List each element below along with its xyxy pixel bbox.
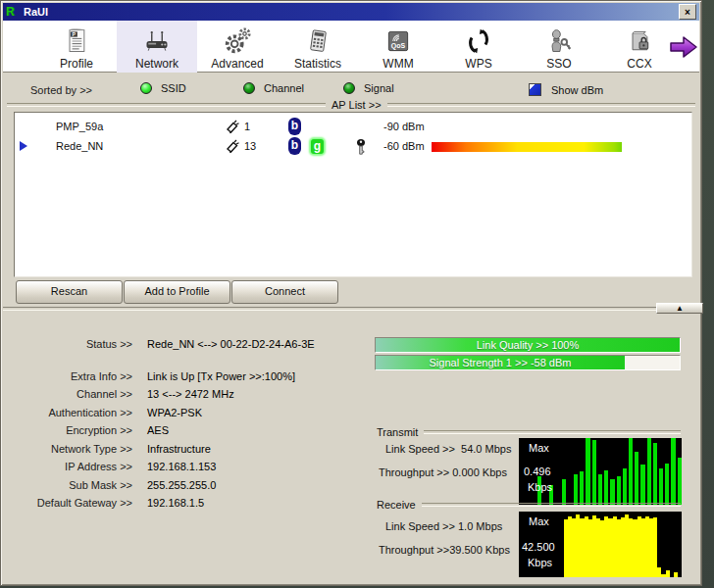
status-label: Encryption >> <box>13 424 132 436</box>
status-grid: Status >>Rede_NN <--> 00-22-D2-24-A6-3E … <box>13 335 376 513</box>
ssid-radio-icon[interactable] <box>140 82 152 94</box>
tab-label: CCX <box>627 57 651 71</box>
tab-network[interactable]: Network <box>117 21 197 73</box>
tx-max-label: Max <box>529 442 549 454</box>
add-to-profile-button[interactable]: Add to Profile <box>124 280 230 304</box>
status-label: Network Type >> <box>13 443 132 455</box>
raui-logo-icon: R <box>6 6 20 19</box>
sort-option-channel[interactable]: Channel <box>243 82 304 94</box>
tx-chart: Max 0.496 Kbps <box>519 438 682 505</box>
ap-row-rede-nn[interactable]: Rede_NN 13 b g -60 dBm <box>15 137 691 157</box>
status-row: Encryption >>AES <box>13 421 376 440</box>
signal-strength-bar: Signal Strength 1 >> -58 dBm <box>375 355 681 370</box>
signal-radio-label: Signal <box>364 82 394 94</box>
channel-tag-icon <box>225 120 240 137</box>
status-row: IP Address >>192.168.1.153 <box>13 458 376 476</box>
window-title: RaUI <box>24 6 48 18</box>
ap-channel: 13 <box>244 140 256 152</box>
status-value: 255.255.255.0 <box>147 479 216 491</box>
statistics-icon <box>304 25 332 57</box>
rx-chart: Max 42.500 Kbps <box>519 512 682 577</box>
encryption-key-icon <box>355 138 367 158</box>
svg-text:P: P <box>73 31 76 37</box>
status-row: Sub Mask >>255.255.255.0 <box>13 476 376 495</box>
tab-ccx[interactable]: CCX <box>599 21 680 73</box>
rx-scale-value: 42.500 <box>522 541 555 553</box>
collapse-panel-button[interactable]: ▲ <box>656 303 703 314</box>
connect-button[interactable]: Connect <box>231 280 338 304</box>
show-dbm-option[interactable]: Show dBm <box>529 83 603 96</box>
status-label: Channel >> <box>13 388 132 400</box>
profile-icon: P <box>63 25 90 57</box>
rx-scale-unit: Kbps <box>528 557 552 568</box>
status-row: Authentication >>WPA2-PSK <box>13 404 376 422</box>
status-row: Status >>Rede_NN <--> 00-22-D2-24-A6-3E <box>13 335 376 354</box>
tab-label: WPS <box>465 57 491 71</box>
channel-radio-label: Channel <box>264 82 304 94</box>
ap-list-title: AP List >> <box>332 99 382 111</box>
channel-tag-icon <box>225 139 240 157</box>
status-value: WPA2-PSK <box>147 407 202 418</box>
title-bar: R RaUI × <box>3 3 699 21</box>
tab-sso[interactable]: SSO <box>519 21 599 73</box>
mode-b-badge: b <box>288 137 301 155</box>
ap-dbm: -60 dBm <box>383 140 425 152</box>
ccx-icon <box>626 25 653 57</box>
rx-link-speed: Link Speed >> 1.0 Mbps <box>385 520 502 532</box>
tx-scale-unit: Kbps <box>528 481 552 493</box>
rx-max-label: Max <box>529 515 549 527</box>
status-row: Extra Info >>Link is Up [Tx Power >>:100… <box>13 368 376 386</box>
signal-strength-text: Signal Strength 1 >> -58 dBm <box>376 356 625 369</box>
tab-label: SSO <box>546 57 571 71</box>
sort-option-signal[interactable]: Signal <box>343 82 394 94</box>
signal-radio-icon[interactable] <box>343 82 355 94</box>
sort-option-ssid[interactable]: SSID <box>140 82 186 94</box>
tx-link-speed: Link Speed >> 54.0 Mbps <box>385 443 511 455</box>
receive-line <box>422 503 681 507</box>
link-quality-bar: Link Quality >> 100% <box>375 337 681 353</box>
status-value: 13 <--> 2472 MHz <box>147 388 234 400</box>
wps-icon <box>465 25 492 57</box>
tab-statistics[interactable]: Statistics <box>278 21 358 73</box>
status-label: Default Gateway >> <box>13 497 132 509</box>
wmm-qos-icon: QoS <box>384 25 412 57</box>
signal-gradient-bar <box>432 142 622 152</box>
tab-wmm[interactable]: QoS WMM <box>358 21 438 73</box>
tab-label: Statistics <box>294 57 341 71</box>
ap-channel: 1 <box>244 121 250 132</box>
status-label: Status >> <box>13 338 132 350</box>
status-value: 192.168.1.153 <box>147 461 216 472</box>
tab-wps[interactable]: WPS <box>438 21 519 73</box>
tx-throughput: Throughput >> 0.000 Kbps <box>379 466 507 478</box>
svg-text:QoS: QoS <box>391 42 406 50</box>
legend-line-right <box>387 103 695 107</box>
mode-b-badge: b <box>288 118 301 135</box>
next-page-arrow-icon[interactable] <box>669 35 698 61</box>
rescan-button[interactable]: Rescan <box>16 280 123 304</box>
channel-radio-icon[interactable] <box>243 82 255 94</box>
tab-profile[interactable]: P Profile <box>36 21 117 73</box>
status-value: Link is Up [Tx Power >>:100%] <box>147 370 295 382</box>
status-value: Infrastructure <box>147 443 211 455</box>
status-value: Rede_NN <--> 00-22-D2-24-A6-3E <box>147 338 315 350</box>
ap-row-pmp-59a[interactable]: PMP_59a 1 b -90 dBm <box>15 118 691 137</box>
tx-scale-value: 0.496 <box>524 466 551 477</box>
status-value: AES <box>147 424 169 436</box>
tab-label: Profile <box>60 57 93 71</box>
link-quality-text: Link Quality >> 100% <box>376 338 680 352</box>
status-label: Extra Info >> <box>13 370 132 382</box>
close-icon[interactable]: × <box>679 4 696 20</box>
raui-window: R RaUI × P Profile Network Advanced <box>0 0 702 586</box>
tab-advanced[interactable]: Advanced <box>197 21 278 73</box>
toolbar: P Profile Network Advanced Statistics Qo… <box>3 21 699 73</box>
selected-row-pointer-icon <box>20 141 27 151</box>
tab-label: Network <box>135 57 178 71</box>
status-value: 192.168.1.5 <box>147 497 204 509</box>
status-label: IP Address >> <box>13 461 132 472</box>
transmit-title: Transmit <box>377 426 418 438</box>
ap-ssid: PMP_59a <box>56 121 103 132</box>
status-label: Authentication >> <box>13 407 132 418</box>
tab-label: Advanced <box>211 57 263 71</box>
show-dbm-label: Show dBm <box>551 84 603 96</box>
show-dbm-checkbox[interactable] <box>529 83 541 96</box>
